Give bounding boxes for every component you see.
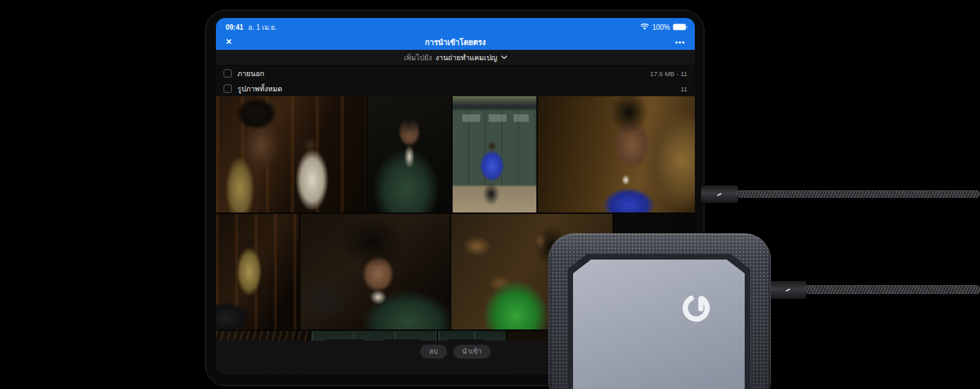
usb-c-connector-ipad (701, 186, 738, 203)
group-label: รูปภาพทั้งหมด (237, 83, 282, 95)
group-row-external[interactable]: ภายนอก 17.6 MB - 11 (216, 66, 695, 81)
photo-thumbnail[interactable] (538, 96, 695, 212)
status-date: อ. 1 เม.ย. (248, 22, 277, 33)
status-bar: 09:41 อ. 1 เม.ย. 100% (216, 18, 695, 34)
scene: 09:41 อ. 1 เม.ย. 100% (0, 0, 980, 389)
status-time: 09:41 (226, 24, 244, 31)
thunderbolt-icon (717, 192, 722, 196)
photo-thumbnail[interactable] (216, 96, 366, 212)
album-name: งานถ่ายทำแคมเปญ (435, 52, 497, 64)
group-label: ภายนอก (237, 68, 264, 80)
album-selector[interactable]: เพิ่มไปยัง งานถ่ายทำแคมเปญ (216, 50, 695, 66)
cable-to-drive (805, 285, 980, 294)
wifi-icon (640, 24, 649, 30)
import-group-list: ภายนอก 17.6 MB - 11 รูปภาพทั้งหมด 11 (216, 66, 695, 96)
drive-metal-panel (573, 260, 745, 389)
group-detail: 11 (680, 85, 687, 93)
group-row-all-photos[interactable]: รูปภาพทั้งหมด 11 (216, 81, 695, 96)
usb-c-connector-drive (769, 281, 806, 299)
external-drive (548, 233, 771, 389)
grid-row (216, 96, 695, 212)
photo-thumbnail[interactable] (453, 96, 536, 212)
gdrive-logo-icon (680, 291, 713, 325)
group-detail: 17.6 MB - 11 (650, 70, 687, 78)
chevron-down-icon (501, 55, 507, 60)
checkbox-external[interactable] (224, 69, 232, 78)
photo-thumbnail[interactable] (216, 214, 299, 329)
delete-button[interactable]: ลบ (420, 345, 446, 359)
photo-thumbnail[interactable] (300, 214, 450, 329)
battery-icon (673, 24, 688, 30)
page-title: การนำเข้าโดยตรง (216, 36, 695, 48)
import-button[interactable]: นำเข้า (453, 345, 491, 359)
nav-bar: ✕ การนำเข้าโดยตรง ••• (216, 34, 695, 50)
battery-percent: 100% (652, 24, 670, 31)
add-to-label: เพิ่มไปยัง (403, 52, 432, 64)
checkbox-all-photos[interactable] (224, 84, 232, 93)
thunderbolt-icon (785, 289, 790, 292)
import-header: 09:41 อ. 1 เม.ย. 100% (216, 18, 695, 50)
cable-to-ipad (736, 190, 980, 198)
photo-thumbnail[interactable] (368, 96, 451, 212)
